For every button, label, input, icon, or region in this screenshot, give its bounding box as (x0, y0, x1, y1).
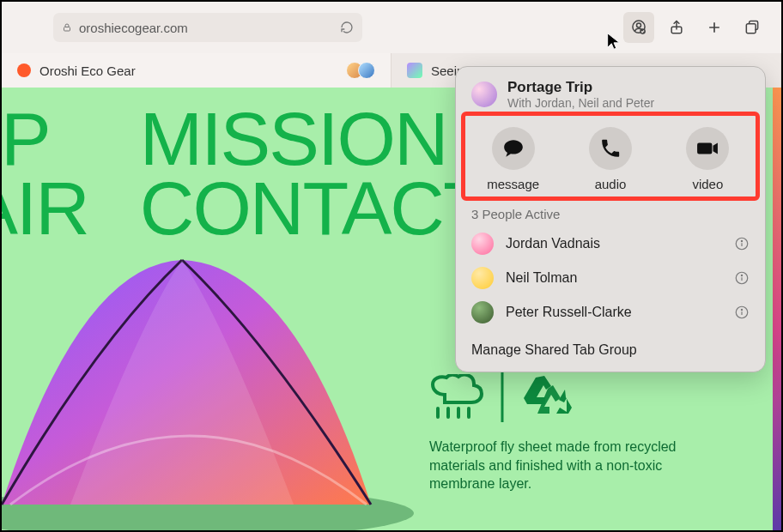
recycle-icon (520, 372, 572, 420)
person-name: Jordan Vadnais (506, 236, 722, 251)
share-button[interactable] (661, 12, 692, 43)
reload-icon[interactable] (340, 21, 354, 34)
svg-point-2 (637, 23, 641, 27)
person-row[interactable]: Jordan Vadnais (456, 227, 765, 261)
hero-word: MISSION (140, 105, 488, 174)
phone-icon (599, 137, 622, 160)
person-name: Neil Tolman (506, 270, 722, 286)
address-bar[interactable]: oroshiecogear.com (53, 13, 362, 42)
info-icon[interactable] (734, 305, 750, 320)
tabs-icon (744, 19, 761, 36)
person-circle-check-icon (630, 19, 647, 36)
action-label: audio (595, 177, 627, 191)
action-label: video (692, 177, 723, 191)
collaboration-popover: Portage Trip With Jordan, Neil and Peter… (455, 66, 766, 372)
hero-word: PAIR (2, 174, 88, 244)
message-button[interactable] (492, 127, 535, 170)
active-label: 3 People Active (456, 202, 765, 227)
person-name: Peter Russell-Clarke (506, 305, 722, 320)
tab-label: Oroshi Eco Gear (39, 63, 136, 78)
new-tab-button[interactable] (699, 12, 730, 43)
tab-oroshi[interactable]: Oroshi Eco Gear (2, 53, 392, 88)
lock-icon (62, 22, 72, 33)
message-icon (502, 137, 525, 160)
tab-overview-button[interactable] (737, 12, 768, 43)
share-icon (668, 19, 685, 36)
feature-text: Waterproof fly sheet made from recycled … (429, 438, 687, 493)
svg-point-20 (741, 309, 742, 310)
manage-shared-tab-group[interactable]: Manage Shared Tab Group (456, 329, 765, 360)
favicon (407, 63, 422, 78)
popover-title: Portage Trip (507, 79, 654, 96)
person-row[interactable]: Neil Tolman (456, 261, 765, 295)
browser-toolbar: oroshiecogear.com (2, 2, 781, 53)
hero-text: IOP PAIR MISSION CONTACT (2, 105, 488, 244)
avatar (471, 233, 494, 255)
collaborate-button[interactable] (623, 12, 654, 43)
tent-image (2, 239, 431, 530)
video-icon (696, 137, 719, 160)
rain-icon (429, 374, 484, 419)
avatar (471, 301, 494, 323)
hero-word: IOP (2, 105, 88, 174)
info-icon[interactable] (734, 236, 750, 251)
plus-icon (706, 19, 723, 36)
svg-rect-5 (746, 24, 756, 33)
video-button[interactable] (686, 127, 729, 170)
svg-rect-0 (64, 27, 70, 32)
url-text: oroshiecogear.com (79, 21, 333, 35)
group-avatar (471, 82, 497, 107)
svg-point-17 (741, 275, 742, 275)
action-row: message audio video (456, 118, 765, 202)
feature-block: Waterproof fly sheet made from recycled … (429, 371, 687, 493)
svg-point-14 (741, 240, 742, 241)
audio-button[interactable] (589, 127, 632, 170)
divider-icon (500, 371, 505, 422)
shared-avatars (351, 62, 375, 79)
hero-word: CONTACT (140, 174, 488, 244)
person-row[interactable]: Peter Russell-Clarke (456, 295, 765, 329)
favicon-dot (17, 63, 31, 77)
action-label: message (487, 177, 539, 191)
popover-subtitle: With Jordan, Neil and Peter (507, 96, 654, 110)
avatar (471, 267, 494, 289)
info-icon[interactable] (734, 270, 750, 286)
